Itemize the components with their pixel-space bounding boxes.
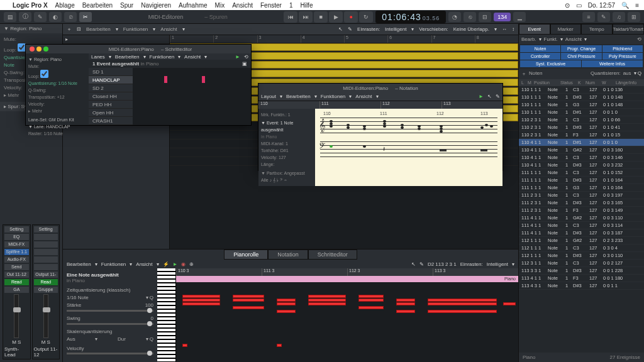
- send-slot[interactable]: Send: [4, 264, 29, 270]
- zoom-button[interactable]: [43, 47, 48, 52]
- score-pencil-icon[interactable]: ✎: [496, 94, 500, 99]
- tuner-button[interactable]: ⎋: [464, 12, 476, 22]
- region-header[interactable]: ▼ Region: Piano: [0, 24, 62, 33]
- setting-slot[interactable]: Setting: [4, 226, 29, 233]
- score-catch-icon[interactable]: ►: [479, 94, 484, 99]
- step-func-menu[interactable]: Funktionen: [150, 54, 175, 60]
- midifx-slot[interactable]: MIDI-FX: [4, 241, 29, 248]
- strength-slider[interactable]: [67, 310, 153, 312]
- metronome-button[interactable]: ◔: [448, 12, 461, 22]
- volume-fader[interactable]: [14, 294, 19, 338]
- filter-controller[interactable]: Controller: [520, 53, 560, 60]
- automation-icon[interactable]: ⚡: [163, 261, 169, 267]
- score-view-menu[interactable]: Ansicht: [355, 94, 372, 99]
- step-lane[interactable]: Closed HH: [89, 92, 133, 101]
- tracks-func-menu[interactable]: Funktionen: [123, 26, 148, 32]
- automation-mode[interactable]: Read: [4, 279, 29, 285]
- add-event-type[interactable]: Noten: [529, 70, 542, 77]
- close-button[interactable]: [30, 47, 35, 52]
- stop-button[interactable]: ■: [314, 11, 328, 23]
- event-row[interactable]: 111 2 3 1Note1C31270 0 3 197: [519, 192, 644, 199]
- list-editors-button[interactable]: ≡: [582, 12, 595, 22]
- event-row[interactable]: 110 4 1 1Note1D#31270 0 3 232: [519, 162, 644, 169]
- forward-button[interactable]: ⏭: [299, 11, 313, 23]
- minimize-button[interactable]: [36, 47, 42, 52]
- pr-note-grid[interactable]: 110 3111 3 112 3113 3 Piano: [176, 268, 518, 362]
- drag-mode[interactable]: Keine Überlapp.: [453, 26, 489, 32]
- menu-edit[interactable]: Bearbeiten: [82, 2, 113, 9]
- browser-button[interactable]: ⊞: [628, 12, 640, 22]
- lane-set-label[interactable]: Lane-Set: GM Drum Kit: [28, 116, 86, 123]
- swing-slider[interactable]: [67, 323, 153, 325]
- editors-button[interactable]: ✂: [79, 12, 92, 22]
- score-ruler[interactable]: 110111 112113: [258, 101, 502, 109]
- filter-pitchbend[interactable]: Pitchbend: [602, 45, 643, 52]
- event-row[interactable]: 111 4 1 1Note1D#31270 0 3 187: [519, 229, 644, 237]
- pointer-tool-icon[interactable]: ↖: [338, 26, 343, 32]
- menu-track[interactable]: Spur: [120, 2, 133, 9]
- pr-edit-menu[interactable]: Bearbeiten: [67, 261, 91, 267]
- smart-controls-button[interactable]: ◐: [49, 12, 62, 22]
- global-tracks-disclosure[interactable]: ▸: [63, 35, 169, 44]
- eq-slot[interactable]: EQ: [4, 234, 29, 240]
- event-row[interactable]: 112 3 1 1Note1C31270 0 2 127: [519, 260, 644, 267]
- step-lane[interactable]: CRASH1: [89, 117, 133, 125]
- cycle-button[interactable]: ↻: [359, 11, 373, 23]
- event-row[interactable]: 110 2 3 1Note1C31270 1 0 66: [519, 116, 644, 124]
- step-grid[interactable]: [133, 68, 251, 125]
- event-row[interactable]: 111 4 1 1Note1C31270 0 3 114: [519, 222, 644, 229]
- midi-in-icon[interactable]: ◉: [181, 261, 186, 267]
- event-rows[interactable]: 110 1 1 1Note1C31270 1 0 136110 1 1 1Not…: [519, 86, 644, 353]
- tab-pianoroll[interactable]: Pianorolle: [224, 250, 268, 260]
- rewind-button[interactable]: ⏮: [284, 11, 297, 23]
- step-view-menu[interactable]: Ansicht: [184, 54, 201, 60]
- tab-event[interactable]: Event: [519, 24, 550, 35]
- event-row[interactable]: 113 3 3 1Note1D#31270 0 1 228: [519, 267, 644, 275]
- link-icon[interactable]: ⟲: [637, 36, 641, 42]
- record-button[interactable]: ●: [344, 11, 358, 23]
- menu-navigate[interactable]: Navigieren: [141, 2, 171, 9]
- pencil-tool-icon[interactable]: ✎: [348, 26, 352, 32]
- event-row[interactable]: 111 2 3 1Note1D#31270 0 3 165: [519, 199, 644, 207]
- event-row[interactable]: 110 4 1 1Note1G#21270 0 3 160: [519, 146, 644, 154]
- step-lane[interactable]: HANDCLAP: [89, 76, 133, 84]
- add-event-button[interactable]: ＋: [521, 70, 526, 77]
- step-edit-menu[interactable]: Bearbeiten: [115, 54, 140, 60]
- event-row[interactable]: 110 4 1 1Note1D#11270 0 1 0: [519, 139, 644, 146]
- event-row[interactable]: 110 1 1 1Note1D#11270 0 1 0: [519, 109, 644, 116]
- score-func-menu[interactable]: Funktionen: [321, 94, 346, 99]
- ev-func-menu[interactable]: Funkt.: [544, 36, 558, 42]
- menu-mix[interactable]: Mix: [215, 2, 225, 9]
- filter-polypressure[interactable]: Poly Pressure: [602, 53, 643, 60]
- toolbar-button[interactable]: ✎: [34, 12, 47, 22]
- filter-notes[interactable]: Noten: [520, 45, 560, 52]
- filter-moreinfo[interactable]: Weitere Infos: [582, 60, 643, 67]
- event-row[interactable]: 110 1 1 1Note1D#31270 1 0 148: [519, 94, 644, 101]
- loops-button[interactable]: ♫: [613, 12, 625, 22]
- step-lane[interactable]: SD 1: [89, 68, 133, 76]
- step-link-icon[interactable]: ⟲: [244, 54, 248, 60]
- notifications-icon[interactable]: ≡: [635, 2, 639, 9]
- step-lane-list[interactable]: SD 1HANDCLAPSD 2Closed HHPED HHOpen HHCR…: [89, 68, 133, 125]
- tab-stepeditor[interactable]: Schritteditor: [308, 250, 357, 260]
- tab-notation[interactable]: Notation: [268, 250, 308, 260]
- zoom-v-icon[interactable]: ↕: [512, 26, 514, 32]
- wifi-icon[interactable]: ⊙: [565, 2, 570, 9]
- step-lane[interactable]: PED HH: [89, 101, 133, 109]
- event-row[interactable]: 112 1 1 1Note1C31270 3 0 4: [519, 244, 644, 252]
- pr-func-menu[interactable]: Funktionen: [101, 261, 126, 267]
- pointer-tool-icon[interactable]: ↖: [411, 261, 416, 267]
- menu-record[interactable]: Aufnahme: [179, 2, 208, 9]
- mute-solo[interactable]: M S: [12, 339, 21, 345]
- event-row[interactable]: 111 1 1 1Note1C31270 1 0 152: [519, 169, 644, 177]
- event-row[interactable]: 111 4 1 1Note1G#21270 0 3 110: [519, 214, 644, 222]
- tab-marker[interactable]: Marker: [550, 24, 582, 35]
- menu-help[interactable]: Hilfe: [300, 2, 313, 9]
- countoff-button[interactable]: ⊟: [479, 12, 491, 22]
- event-row[interactable]: 110 1 1 1Note1C31270 1 0 136: [519, 86, 644, 94]
- pr-view-menu[interactable]: Ansicht: [136, 261, 152, 267]
- event-row[interactable]: 111 2 3 1Note1F31270 0 3 149: [519, 207, 644, 214]
- filter-sysex[interactable]: Syst. Exclusive: [520, 60, 581, 67]
- clock[interactable]: Do. 12:57: [588, 2, 615, 9]
- event-row[interactable]: 111 1 1 1Note1D#31270 1 0 164: [519, 177, 644, 184]
